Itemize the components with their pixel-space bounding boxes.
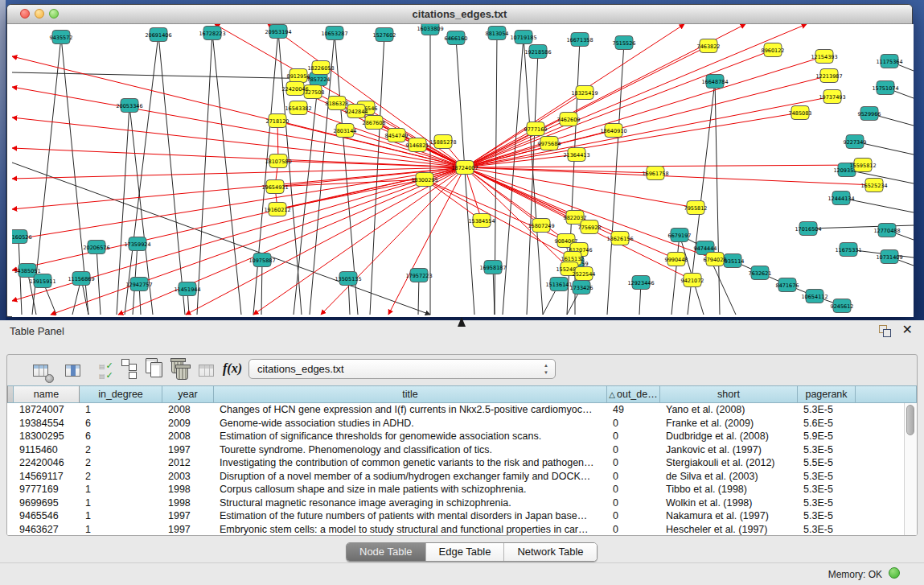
cell-short[interactable]: Nakamura et al. (1997) bbox=[660, 509, 798, 523]
network-node[interactable]: 19737493 bbox=[819, 90, 845, 104]
network-node[interactable]: 15885278 bbox=[429, 135, 456, 149]
cell-in_degree[interactable]: 1 bbox=[80, 523, 162, 537]
cell-out_degree[interactable]: 0 bbox=[607, 509, 660, 523]
network-node[interactable]: 18325419 bbox=[571, 86, 598, 100]
cell-out_degree[interactable]: 0 bbox=[607, 496, 660, 510]
new-table-icon[interactable] bbox=[146, 358, 158, 373]
network-node[interactable]: 7955812 bbox=[684, 201, 708, 215]
network-node[interactable]: 9975684 bbox=[538, 137, 561, 150]
network-node[interactable]: 16961758 bbox=[642, 167, 668, 180]
apply-selection-icon[interactable]: ✓✓ bbox=[96, 358, 117, 379]
network-node[interactable]: 13626156 bbox=[606, 232, 633, 245]
table-row[interactable]: 969969511998Structural magnetic resonanc… bbox=[7, 496, 917, 510]
cell-year[interactable]: 2008 bbox=[162, 403, 214, 417]
cell-name[interactable]: 9699695 bbox=[14, 496, 80, 510]
network-node[interactable]: 20053346 bbox=[116, 99, 142, 113]
network-window[interactable]: citations_edges.txt 94355722069140616728… bbox=[6, 4, 913, 317]
cell-pagerank[interactable]: 5.3E-5 bbox=[798, 509, 856, 523]
network-node[interactable]: 8960122 bbox=[762, 43, 785, 57]
cell-out_degree[interactable]: 0 bbox=[607, 483, 660, 496]
close-panel-icon[interactable]: ✕ bbox=[902, 323, 913, 337]
cell-title[interactable]: Disruption of a novel member of a sodium… bbox=[214, 470, 607, 484]
table-row[interactable]: 2242004622012Investigating the contribut… bbox=[7, 456, 917, 470]
network-node[interactable]: 16525234 bbox=[860, 179, 887, 192]
cell-year[interactable]: 1998 bbox=[162, 483, 214, 496]
cell-pagerank[interactable]: 5.3E-5 bbox=[798, 496, 856, 510]
cell-year[interactable]: 2009 bbox=[162, 417, 214, 431]
network-node[interactable]: 11451944 bbox=[174, 282, 200, 296]
cell-in_degree[interactable]: 1 bbox=[80, 496, 162, 510]
cell-name[interactable]: 19384554 bbox=[14, 417, 80, 431]
cell-pagerank[interactable]: 5.6E-5 bbox=[798, 417, 856, 431]
network-node[interactable]: 20691406 bbox=[145, 28, 171, 42]
network-node[interactable]: 9421072 bbox=[681, 274, 704, 287]
cell-title[interactable]: Changes of HCN gene expression and I(f) … bbox=[214, 403, 607, 417]
network-node[interactable]: 18640910 bbox=[600, 124, 626, 138]
cell-short[interactable]: Tibbo et al. (1998) bbox=[660, 483, 798, 496]
cell-out_degree[interactable]: 0 bbox=[607, 523, 660, 537]
cell-year[interactable]: 1997 bbox=[162, 443, 214, 457]
network-node[interactable]: 7485083 bbox=[789, 106, 812, 120]
delete-rows-icon[interactable] bbox=[171, 360, 183, 373]
column-header-title[interactable]: title bbox=[214, 385, 607, 403]
cell-in_degree[interactable]: 2 bbox=[80, 443, 162, 457]
cell-out_degree[interactable]: 0 bbox=[607, 443, 660, 457]
cell-short[interactable]: Jankovic et al. (1997) bbox=[660, 443, 798, 457]
row-options-icon[interactable] bbox=[121, 359, 129, 366]
cell-pagerank[interactable]: 5.3E-5 bbox=[798, 443, 856, 457]
network-node[interactable]: 16671358 bbox=[566, 33, 593, 47]
table-selector-dropdown[interactable]: citations_edges.txt ▲▼ bbox=[248, 359, 556, 379]
network-node[interactable]: 12154393 bbox=[811, 50, 837, 64]
network-node[interactable]: 17359924 bbox=[124, 237, 150, 251]
network-node[interactable]: 18107580 bbox=[265, 154, 291, 168]
network-node[interactable]: 12923446 bbox=[627, 276, 654, 290]
column-header-year[interactable]: year bbox=[162, 385, 214, 403]
cell-name[interactable]: 9465546 bbox=[14, 509, 80, 523]
network-node[interactable]: 2522544 bbox=[573, 267, 596, 281]
table-settings-icon[interactable] bbox=[31, 360, 52, 381]
tab-edge-table[interactable]: Edge Table bbox=[426, 543, 505, 561]
window-titlebar[interactable]: citations_edges.txt bbox=[7, 5, 912, 24]
column-edit-icon[interactable] bbox=[64, 360, 84, 381]
network-node[interactable]: 10731409 bbox=[876, 250, 902, 264]
network-node[interactable]: 21364413 bbox=[563, 148, 589, 162]
network-node[interactable]: 8912954 bbox=[287, 69, 310, 83]
cell-short[interactable]: Yano et al. (2008) bbox=[660, 403, 798, 417]
network-node[interactable]: 16543382 bbox=[285, 101, 311, 115]
cell-pagerank[interactable]: 5.3E-5 bbox=[798, 403, 856, 417]
network-node[interactable]: 16958187 bbox=[479, 261, 506, 274]
network-node[interactable]: 9529966 bbox=[858, 107, 881, 121]
network-node[interactable]: 20206576 bbox=[83, 241, 109, 254]
cell-short[interactable]: Franke et al. (2009) bbox=[660, 417, 798, 431]
network-node[interactable]: 6466160 bbox=[445, 31, 468, 45]
cell-in_degree[interactable]: 1 bbox=[80, 509, 162, 523]
network-node[interactable]: 6679197 bbox=[668, 229, 692, 242]
cell-in_degree[interactable]: 6 bbox=[80, 430, 162, 443]
cell-pagerank[interactable]: 5.3E-5 bbox=[798, 470, 856, 484]
cell-year[interactable]: 1998 bbox=[162, 496, 214, 510]
network-node[interactable]: 16033809 bbox=[417, 24, 443, 35]
network-node[interactable]: 13505135 bbox=[335, 272, 361, 286]
network-node[interactable]: 8471676 bbox=[776, 278, 799, 292]
cell-name[interactable]: 9777169 bbox=[14, 483, 80, 496]
cell-year[interactable]: 2012 bbox=[162, 456, 214, 470]
network-node[interactable]: 12444134 bbox=[827, 192, 854, 205]
cell-short[interactable]: Dudbridge et al. (2008) bbox=[660, 430, 798, 443]
network-node[interactable]: 11675331 bbox=[835, 243, 861, 257]
cell-in_degree[interactable]: 6 bbox=[80, 417, 162, 431]
cell-name[interactable]: 22420046 bbox=[14, 456, 80, 470]
cell-title[interactable]: Estimation of the future numbers of pati… bbox=[214, 509, 607, 523]
tab-network-table[interactable]: Network Table bbox=[504, 543, 596, 561]
network-node[interactable]: 9435572 bbox=[50, 31, 73, 44]
cell-in_degree[interactable]: 1 bbox=[80, 403, 162, 417]
network-node[interactable]: 12213987 bbox=[815, 69, 842, 83]
tab-node-table[interactable]: Node Table bbox=[347, 543, 426, 561]
network-view-canvas[interactable]: 9435572206914061672822320953194106532871… bbox=[12, 24, 914, 317]
network-node[interactable]: 19654931 bbox=[261, 180, 288, 194]
network-node[interactable]: 9227349 bbox=[844, 135, 867, 149]
network-node[interactable]: 10719185 bbox=[510, 31, 536, 44]
function-builder-icon[interactable]: f(x) bbox=[223, 358, 244, 379]
network-node[interactable]: 10975887 bbox=[248, 253, 275, 267]
float-panel-icon[interactable] bbox=[879, 325, 890, 336]
delete-table-icon[interactable] bbox=[197, 360, 218, 381]
